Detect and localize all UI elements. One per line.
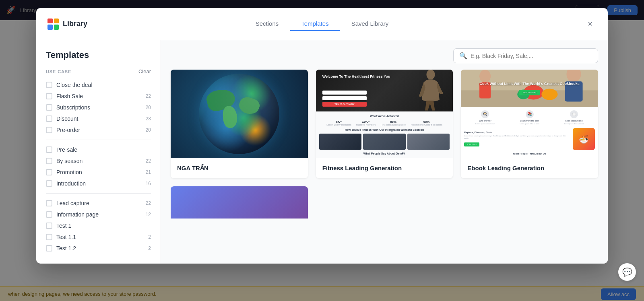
checkbox-information-page[interactable] <box>46 211 52 218</box>
template-info-nga-tran: NGA TRẦN <box>171 158 308 178</box>
filter-flash-sale[interactable]: Flash Sale 22 <box>46 91 151 102</box>
filter-close-deal[interactable]: Close the deal <box>46 79 151 91</box>
modal-logo-text: Library <box>63 20 87 28</box>
templates-grid: NGA TRẦN Welcome To The Healthiest Fitne… <box>161 70 608 264</box>
stat-num-1: 6K+ <box>326 120 351 124</box>
search-bar-container: 🔍 <box>161 40 608 70</box>
checkbox-discount[interactable] <box>46 115 52 122</box>
stat-label-3: First class twice a week <box>381 124 406 126</box>
filter-count-pre-order: 20 <box>146 127 151 133</box>
fitness-stat-3: 85% First class twice a week <box>381 120 406 126</box>
filter-pre-order[interactable]: Pre-order 20 <box>46 124 151 136</box>
filter-count-test-1-1: 2 <box>148 234 151 240</box>
stat-label-2: registive members <box>356 124 376 126</box>
filter-by-season[interactable]: By season 22 <box>46 155 151 167</box>
modal-header: Library Sections Templates Saved Library… <box>36 8 608 40</box>
template-card-nga-tran[interactable]: NGA TRẦN <box>171 70 308 178</box>
sidebar-section-header: USE CASE Clear <box>46 68 151 74</box>
search-icon: 🔍 <box>459 52 467 60</box>
sidebar: Templates USE CASE Clear Close the deal … <box>36 40 161 264</box>
filter-label-test-1-1: Test 1.1 <box>56 234 144 240</box>
checkbox-test-1-1[interactable] <box>46 234 52 240</box>
sidebar-divider-1 <box>46 140 151 140</box>
checkbox-lead-capture[interactable] <box>46 200 52 206</box>
filter-count-discount: 23 <box>146 116 151 122</box>
logo-dot-yellow <box>54 19 59 24</box>
logo-dot-green <box>54 25 59 30</box>
filter-label-introduction: Introduction <box>56 180 142 187</box>
checkbox-promotion[interactable] <box>46 169 52 175</box>
filter-label-test-1: Test 1 <box>56 223 151 229</box>
fitness-stats: 6K+ Lorem yearly members 10K+ registive … <box>326 120 442 126</box>
checkbox-test-1[interactable] <box>46 223 52 229</box>
checkbox-pre-order[interactable] <box>46 127 52 133</box>
search-input[interactable] <box>471 53 592 59</box>
tab-templates[interactable]: Templates <box>290 17 340 31</box>
fitness-headline: Welcome To The Healthiest Fitness You <box>322 74 390 79</box>
stat-num-4: 95% <box>411 120 442 124</box>
fitness-hero: Welcome To The Healthiest Fitness You TR… <box>316 70 453 111</box>
fitness-stats-area: What We've Achieved 6K+ Lorem yearly mem… <box>316 111 453 158</box>
checkbox-introduction[interactable] <box>46 180 52 187</box>
filter-label-promotion: Promotion <box>56 169 142 175</box>
stat-num-3: 85% <box>381 120 406 124</box>
use-case-label: USE CASE <box>46 69 71 74</box>
filter-introduction[interactable]: Introduction 16 <box>46 178 151 189</box>
template-card-ebook[interactable]: Cook Without Limit With The World's Grea… <box>461 70 598 178</box>
template-info-ebook: Ebook Leading Generation <box>461 158 598 178</box>
filter-test-1[interactable]: Test 1 <box>46 220 151 231</box>
fitness-stat-1: 6K+ Lorem yearly members <box>326 120 351 126</box>
tab-saved-library[interactable]: Saved Library <box>340 17 400 31</box>
checkbox-subscriptions[interactable] <box>46 104 52 111</box>
stat-label-1: Lorem yearly members <box>326 124 351 126</box>
stat-num-2: 10K+ <box>356 120 376 124</box>
filter-label-pre-sale: Pre-sale <box>56 146 151 153</box>
filter-count-by-season: 22 <box>146 158 151 164</box>
filter-lead-capture[interactable]: Lead capture 22 <box>46 198 151 209</box>
clear-button[interactable]: Clear <box>138 68 151 74</box>
filter-count-test-1-2: 2 <box>148 245 151 251</box>
fitness-text: Welcome To The Healthiest Fitness You <box>322 74 390 79</box>
template-card-fitness[interactable]: Welcome To The Healthiest Fitness You TR… <box>316 70 453 178</box>
main-content: 🔍 <box>161 40 608 264</box>
template-name-nga-tran: NGA TRẦN <box>177 165 208 171</box>
filter-information-page[interactable]: Information page 12 <box>46 209 151 220</box>
template-info-fitness: Fitness Leading Generation <box>316 158 453 178</box>
filter-label-lead-capture: Lead capture <box>56 200 142 206</box>
fitness-stat-2: 10K+ registive members <box>356 120 376 126</box>
fitness-form: TRY IT OUT NOW <box>322 91 367 107</box>
template-card-partial[interactable] <box>171 186 308 219</box>
filter-label-subscriptions: Subscriptions <box>56 104 142 111</box>
checkbox-pre-sale[interactable] <box>46 146 52 153</box>
filter-count-flash-sale: 22 <box>146 93 151 99</box>
filter-subscriptions[interactable]: Subscriptions 20 <box>46 102 151 113</box>
checkbox-test-1-2[interactable] <box>46 245 52 252</box>
close-button[interactable]: × <box>584 18 597 31</box>
fitness-field-2 <box>322 96 367 100</box>
filter-test-1-1[interactable]: Test 1.1 2 <box>46 231 151 243</box>
modal-tabs: Sections Templates Saved Library <box>244 17 400 31</box>
fitness-cta-btn: TRY IT OUT NOW <box>322 102 367 107</box>
modal-body: Templates USE CASE Clear Close the deal … <box>36 40 608 264</box>
checkbox-flash-sale[interactable] <box>46 93 52 99</box>
logo-grid <box>47 19 59 30</box>
filter-test-1-2[interactable]: Test 1.2 2 <box>46 243 151 254</box>
template-name-ebook: Ebook Leading Generation <box>467 165 544 171</box>
filter-promotion[interactable]: Promotion 21 <box>46 167 151 178</box>
tab-sections[interactable]: Sections <box>244 17 290 31</box>
logo-dot-red <box>47 19 53 24</box>
modal-logo: Library <box>47 19 87 30</box>
filter-pre-sale[interactable]: Pre-sale <box>46 144 151 155</box>
filter-label-by-season: By season <box>56 158 142 164</box>
filter-label-pre-order: Pre-order <box>56 127 142 133</box>
earth-globe <box>199 74 279 154</box>
ebook-hero: Cook Without Limit With The World's Grea… <box>461 70 598 107</box>
checkbox-close-deal[interactable] <box>46 82 52 88</box>
checkbox-by-season[interactable] <box>46 158 52 164</box>
svg-point-0 <box>427 70 435 80</box>
filter-count-lead-capture: 22 <box>146 200 151 206</box>
filter-discount[interactable]: Discount 23 <box>46 113 151 124</box>
template-preview-ebook: Cook Without Limit With The World's Grea… <box>461 70 598 158</box>
filter-count-information-page: 12 <box>146 212 151 217</box>
chat-button[interactable]: 💬 <box>618 263 636 281</box>
